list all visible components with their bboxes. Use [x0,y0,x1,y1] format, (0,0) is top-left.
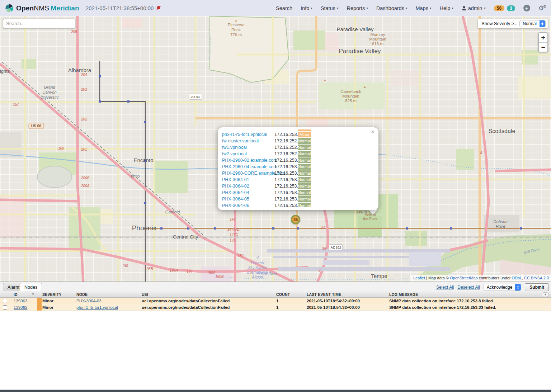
popup-node-row: PHX-2960-02.example.com 172.16.253.12 No… [222,157,319,164]
node-link[interactable]: PHX-3064-05 [222,196,249,202]
nav-menu-item[interactable]: Info▾ [301,5,312,11]
alarm-count-badge[interactable]: 56 [494,5,504,11]
node-severity-badge: Normal [298,151,311,157]
navbar-menu: Search Info▾ Status▾ Reports▾ Dashboards… [276,5,453,11]
node-cluster-marker[interactable]: 35 [291,215,300,224]
popup-node-row: PHX-3064-06 172.16.253.11 Normal [222,202,319,207]
chevron-down-icon: ▾ [484,6,486,10]
alarm-id-link[interactable]: 139062 [14,304,27,311]
alarm-checkbox[interactable] [3,305,7,310]
popup-node-row: phx-r1-r5-tor1.vpnlocal 172.16.253.33 Mi… [222,131,319,138]
node-severity-badge: Normal [298,183,311,189]
column-chooser-button[interactable]: ▼ [542,292,549,297]
column-header-uei[interactable]: UEI [142,291,148,298]
column-header-log[interactable]: LOG MESSAGE [389,291,418,298]
node-severity-badge: Normal [298,170,311,176]
panel-tabbar: Alarms Nodes Select All Deselect All Ack… [0,282,551,291]
odbl-link[interactable]: ODbL [512,276,522,280]
popup-node-row: PHX-3064-05 172.16.253.10 Normal [222,196,319,202]
node-severity-badge: Normal [298,138,311,144]
nav-menu-item[interactable]: Dashboards▾ [376,5,408,11]
attribution-text: | Map data © [425,276,450,280]
alarm-node-link[interactable]: phx-r1-r5-tor1.vpnlocal [76,304,118,311]
popup-node-row: PHX-3064-01 172.16.253.6 Normal [222,176,319,183]
column-header-count[interactable]: COUNT [276,291,290,298]
attribution-text: contributors under [478,276,512,280]
action-select[interactable]: Acknowledge [484,284,521,291]
leaflet-link[interactable]: Leaflet [413,276,425,280]
select-stepper-icon [515,284,521,291]
settings-gears-icon[interactable]: ⚙⚙ [538,4,545,12]
column-header-last-event[interactable]: LAST EVENT TIME [307,291,341,298]
navbar-right-cluster: admin▾ 56 3 + ⚙⚙ [462,4,545,12]
severity-filter: Show Severity >= Normal [478,19,548,28]
node-link[interactable]: PHX-2960-04.example.com [222,164,277,170]
sort-descending-icon[interactable]: ▼ [32,291,34,298]
node-link[interactable]: PHX-3064-01 [222,176,249,183]
popup-node-row: PHX-2960-04.example.com 172.16.253.13 No… [222,164,319,170]
map-zoom-control: + − [538,32,548,52]
alarm-row: 139063 Minor PHX-3064-03 uei.opennms.org… [0,298,551,304]
node-severity-badge: Normal [298,196,311,202]
node-link[interactable]: PHX-3064-04 [222,189,249,196]
search-input[interactable] [3,19,75,28]
geographical-map[interactable]: US 60 AZ 51 AZ 202 205 204 203 202 201 2… [0,16,551,282]
alarm-last-event-time: 2021-05-10T18:54:32+00:00 [307,298,360,304]
node-link[interactable]: PHX-3064-02 [222,183,249,189]
nav-menu-item[interactable]: Search [276,5,292,11]
notification-count-badge[interactable]: 3 [507,5,515,11]
user-menu[interactable]: admin▾ [462,5,486,11]
tab-nodes[interactable]: Nodes [20,283,42,291]
submit-button[interactable]: Submit [525,283,549,291]
nav-menu-item[interactable]: Status▾ [321,5,339,11]
column-header-id[interactable]: ID [14,291,18,298]
popup-node-row: fw1.vpnlocal 172.16.252.5 Normal [222,144,319,151]
nav-menu-item[interactable]: Reports▾ [347,5,368,11]
bottom-edge-bar [0,389,551,392]
popup-node-row: PHX-3064-02 172.16.253.7 Normal [222,183,319,189]
deselect-all-link[interactable]: Deselect All [457,285,480,290]
brand-open: Open [16,4,34,12]
alarm-count: 1 [276,298,278,304]
zoom-in-button[interactable]: + [539,33,547,42]
brand[interactable]: OpenNMSMeridian [5,4,79,13]
chevron-down-icon: ▾ [406,6,408,10]
bell-muted-icon[interactable] [156,5,161,11]
alarm-id-link[interactable]: 139063 [14,298,27,304]
close-icon[interactable]: × [371,128,375,136]
node-severity-badge: Normal [298,164,311,170]
node-ip: 172.16.253.9 [274,189,301,196]
node-cluster-popup: × PHX-3064-03 172.16.253.8 Minor phx-r1-… [218,127,378,210]
alarm-node-link[interactable]: PHX-3064-03 [76,298,102,304]
node-link[interactable]: phx-r1-r5-tor1.vpnlocal [222,131,267,138]
popup-node-list[interactable]: PHX-3064-03 172.16.253.8 Minor phx-r1-r5… [222,129,319,207]
column-header-node[interactable]: NODE [76,291,88,298]
node-link[interactable]: fw-cluster.vpnlocal [222,138,259,144]
node-severity-badge: Normal [298,145,311,150]
node-ip: 172.16.252.5 [274,144,301,151]
add-button[interactable]: + [523,5,530,11]
alarm-log-message: SNMP data collection on interface 172.16… [389,298,494,304]
alarm-checkbox[interactable] [3,299,7,303]
node-link[interactable]: fw2.vpnlocal [222,151,247,157]
severity-filter-value: Normal [520,21,540,26]
action-select-value: Acknowledge [484,285,515,290]
column-header-severity[interactable]: SEVERITY [42,291,62,298]
alarm-log-message: SNMP data collection on interface 172.16… [389,304,496,311]
node-link[interactable]: PHX-3064-06 [222,202,249,207]
node-link[interactable]: fw1.vpnlocal [222,144,247,151]
alarm-severity-label: Minor [42,298,53,304]
zoom-out-button[interactable]: − [539,42,547,52]
node-link[interactable]: PHX-2960-02.example.com [222,157,277,164]
osm-link[interactable]: OpenStreetMap [450,276,478,280]
node-ip: 172.16.252.6 [274,151,301,157]
select-all-link[interactable]: Select All [436,285,454,290]
ccbysa-link[interactable]: CC BY-SA 2.0 [524,276,549,280]
nav-menu-item[interactable]: Maps▾ [415,5,431,11]
nav-menu-item[interactable]: Help▾ [439,5,453,11]
select-stepper-icon [540,20,545,27]
severity-filter-select[interactable]: Normal [519,20,546,27]
node-severity-badge: Minor [298,132,311,137]
chevron-down-icon: ▾ [430,6,432,10]
popup-node-row: PHX-3064-04 172.16.253.9 Normal [222,189,319,196]
